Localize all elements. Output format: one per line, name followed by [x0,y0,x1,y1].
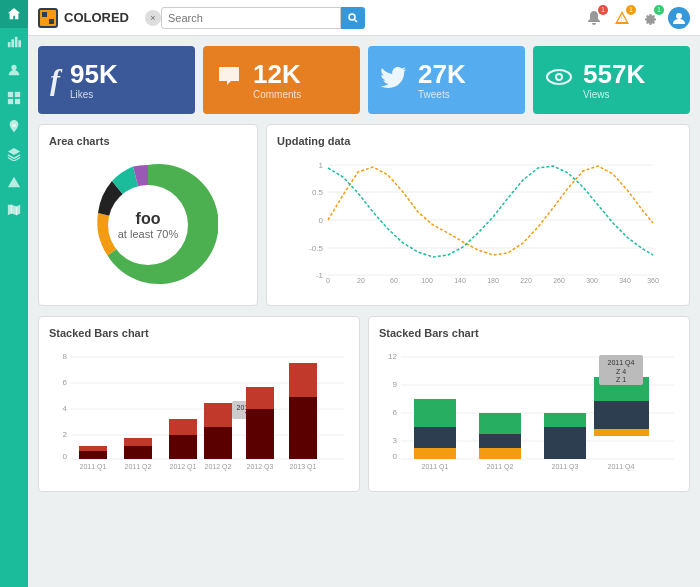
svg-text:20: 20 [357,277,365,284]
svg-text:4: 4 [63,404,68,413]
sidebar-item-location[interactable] [0,112,28,140]
svg-rect-54 [79,451,107,459]
svg-text:-0.5: -0.5 [309,244,323,253]
search-input[interactable] [161,7,341,29]
svg-point-16 [349,14,355,20]
stat-card-twitter: 27K Tweets [368,46,525,114]
avatar[interactable] [668,7,690,29]
svg-text:340: 340 [619,277,631,284]
bottom-row: Stacked Bars chart 8 6 4 2 0 [38,316,690,492]
svg-rect-94 [594,401,649,429]
svg-rect-92 [544,427,586,459]
stacked-bar-left-title: Stacked Bars chart [49,327,349,339]
svg-text:6: 6 [393,408,398,417]
views-icon [545,63,573,98]
sidebar-item-grid[interactable] [0,84,28,112]
bell-icon-button[interactable]: 1 [584,8,604,28]
twitter-label: Tweets [418,89,466,100]
svg-point-21 [557,75,561,79]
bell-badge: 1 [598,5,608,15]
facebook-label: Likes [70,89,118,100]
svg-rect-88 [479,413,521,434]
svg-rect-56 [124,446,152,459]
comments-label: Comments [253,89,301,100]
sidebar-item-layers[interactable] [0,140,28,168]
svg-text:Z 1: Z 1 [616,376,626,383]
logo: COLORED [38,8,129,28]
svg-text:6: 6 [63,378,68,387]
sidebar-item-map[interactable] [0,196,28,224]
facebook-number: 95K [70,61,118,87]
warning-badge: 1 [626,5,636,15]
sidebar-item-triangle[interactable] [0,168,28,196]
donut-chart: foo at least 70% [78,155,218,295]
line-chart-svg: 1 0.5 0 -0.5 -1 0 20 60 100 140 180 220 … [277,155,679,285]
svg-rect-14 [42,19,47,24]
stacked-bar-left-card: Stacked Bars chart 8 6 4 2 0 [38,316,360,492]
svg-rect-91 [544,413,586,427]
donut-center-sub: at least 70% [118,228,179,240]
svg-rect-8 [15,99,20,104]
sidebar [0,0,28,587]
svg-text:220: 220 [520,277,532,284]
svg-point-4 [11,65,16,70]
svg-text:2011 Q2: 2011 Q2 [125,463,152,471]
header: COLORED × 1 1 1 [28,0,700,36]
warning-icon-button[interactable]: 1 [612,8,632,28]
svg-rect-85 [414,399,456,427]
svg-rect-0 [8,42,11,47]
stacked-bar-right-svg: 12 9 6 3 0 [379,347,679,477]
svg-text:0: 0 [393,452,398,461]
svg-rect-90 [479,448,521,459]
stat-cards: f 95K Likes 12K Comments [38,46,690,114]
stat-card-comments: 12K Comments [203,46,360,114]
svg-text:360: 360 [647,277,659,284]
views-number: 557K [583,61,645,87]
svg-rect-58 [169,435,197,459]
sidebar-item-chart[interactable] [0,28,28,56]
svg-rect-65 [246,409,274,459]
views-label: Views [583,89,645,100]
comments-icon [215,63,243,98]
app-title: COLORED [64,10,129,25]
header-icons: 1 1 1 [584,7,690,29]
svg-rect-66 [246,387,274,409]
svg-line-17 [355,19,358,22]
donut-center: foo at least 70% [118,210,179,240]
svg-rect-15 [49,19,54,24]
stacked-bar-left-svg: 8 6 4 2 0 [49,347,349,477]
svg-rect-68 [289,363,317,397]
area-chart-card: Area charts [38,124,258,306]
donut-center-title: foo [118,210,179,228]
dashboard: f 95K Likes 12K Comments [28,36,700,587]
sidebar-item-person[interactable] [0,56,28,84]
svg-rect-6 [15,92,20,97]
svg-text:2012 Q1: 2012 Q1 [170,463,197,471]
stacked-bar-right-title: Stacked Bars chart [379,327,679,339]
svg-text:9: 9 [393,380,398,389]
settings-icon-button[interactable]: 1 [640,8,660,28]
svg-text:2011 Q2: 2011 Q2 [487,463,514,471]
logo-icon [38,8,58,28]
sidebar-item-home[interactable] [0,0,28,28]
close-button[interactable]: × [145,10,161,26]
svg-text:3: 3 [393,436,398,445]
line-chart-title: Updating data [277,135,679,147]
svg-rect-2 [15,37,18,48]
svg-text:1: 1 [319,161,324,170]
svg-text:2013 Q1: 2013 Q1 [290,463,317,471]
svg-text:Z 4: Z 4 [616,368,626,375]
search-button[interactable] [341,7,365,29]
svg-rect-95 [594,429,649,436]
main-content: COLORED × 1 1 1 [28,0,700,587]
svg-rect-13 [49,12,54,17]
line-chart-card: Updating data 1 0.5 0 -0.5 -1 0 2 [266,124,690,306]
stat-card-facebook: f 95K Likes [38,46,195,114]
svg-text:2011 Q3: 2011 Q3 [552,463,579,471]
svg-text:140: 140 [454,277,466,284]
stacked-bar-right-card: Stacked Bars chart 12 9 6 3 0 [368,316,690,492]
svg-text:2011 Q1: 2011 Q1 [422,463,449,471]
svg-text:260: 260 [553,277,565,284]
charts-row: Area charts [38,124,690,306]
svg-rect-3 [18,40,21,47]
